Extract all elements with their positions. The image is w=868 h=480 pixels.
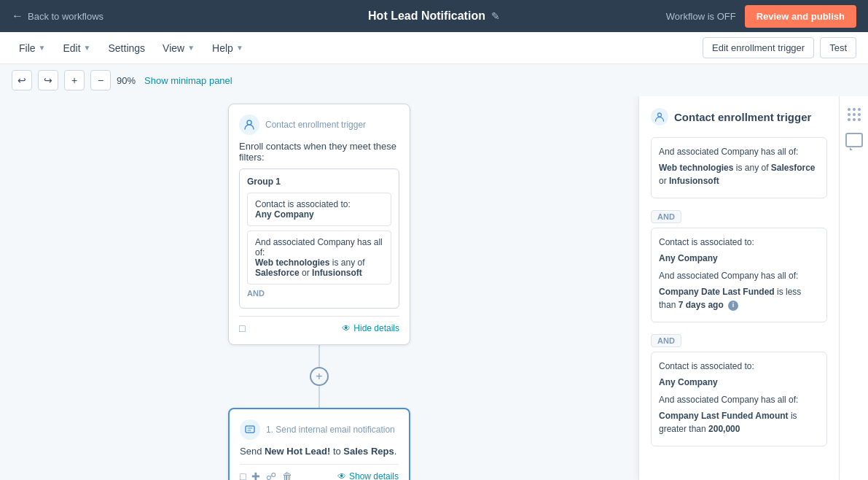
add-step-button-1[interactable]: + — [310, 367, 329, 386]
filter2-line2: Web technologies is any of Salesforce or… — [255, 258, 383, 278]
eye-icon: 👁 — [342, 323, 351, 333]
trigger-body-text: Enroll contacts when they meet these fil… — [239, 141, 399, 163]
nav-help[interactable]: Help ▼ — [205, 38, 251, 58]
group-box: Group 1 Contact is associated to: Any Co… — [239, 169, 399, 309]
workflow-canvas: Contact enrollment trigger Enroll contac… — [0, 96, 638, 480]
nav-settings[interactable]: Settings — [101, 38, 153, 58]
action-card[interactable]: 1. Send internal email notification Send… — [228, 408, 410, 480]
nav-view[interactable]: View ▼ — [155, 38, 202, 58]
group1-label: Group 1 — [247, 177, 391, 187]
section2-line1: Contact is associated to: — [659, 236, 819, 249]
svg-point-2 — [658, 113, 662, 117]
back-to-workflows-link[interactable]: ← Back to workflows — [12, 9, 103, 23]
and-badge-2: AND — [651, 334, 681, 347]
filter-item-1: Contact is associated to: Any Company — [247, 193, 391, 226]
section3-line1: Contact is associated to: — [659, 360, 819, 373]
filter2-bold3: Infusionsoft — [312, 268, 362, 278]
section2-line3: Company Date Last Funded is less than 7 … — [659, 285, 819, 311]
section-top-line2: Web technologies is any of Salesforce or… — [659, 161, 819, 187]
canvas: Contact enrollment trigger Enroll contac… — [0, 96, 868, 480]
trigger-card-footer: □ 👁 Hide details — [239, 316, 399, 334]
action-duplicate-icon[interactable]: ☍ — [266, 471, 276, 480]
action-delete-icon[interactable]: 🗑 — [282, 471, 292, 480]
trigger-card[interactable]: Contact enrollment trigger Enroll contac… — [228, 104, 410, 345]
panel-title: Contact enrollment trigger — [651, 108, 827, 125]
nav-right: Edit enrollment trigger Test — [703, 37, 856, 58]
action-card-header: 1. Send internal email notification — [240, 419, 399, 440]
filter-item-2: And associated Company has all of: Web t… — [247, 231, 391, 284]
trigger-bookmark-icon[interactable]: □ — [239, 322, 245, 334]
show-minimap-link[interactable]: Show minimap panel — [144, 75, 232, 86]
back-label: Back to workflows — [28, 11, 103, 22]
zoom-level: 90% — [117, 75, 136, 86]
section3-bold1: Any Company — [659, 377, 718, 387]
filter2-rest2: or — [300, 268, 312, 278]
help-chevron-icon: ▼ — [236, 44, 243, 52]
dots-icon — [848, 108, 861, 121]
trigger-card-title: Contact enrollment trigger — [265, 120, 366, 130]
nav-left: File ▼ Edit ▼ Settings View ▼ Help ▼ — [12, 38, 251, 58]
edit-enrollment-trigger-button[interactable]: Edit enrollment trigger — [703, 37, 814, 58]
workflow-status: Workflow is OFF — [666, 11, 736, 22]
workflow-title: Hot Lead Notification — [368, 9, 485, 23]
filter2-line1: And associated Company has all of: — [255, 237, 383, 258]
filter2-bold1: Web technologies — [255, 258, 329, 268]
trigger-card-icon — [239, 115, 259, 135]
workflow-title-area: Hot Lead Notification ✎ — [368, 9, 500, 23]
eye-icon-2: 👁 — [337, 471, 346, 480]
right-sidebar — [839, 96, 868, 480]
filter1-line2: Any Company — [255, 209, 314, 220]
toolbar: ↩ ↪ + − 90% Show minimap panel — [0, 64, 868, 96]
nav-file[interactable]: File ▼ — [12, 38, 52, 58]
and-badge-1: AND — [651, 210, 681, 223]
hide-details-link[interactable]: 👁 Hide details — [342, 323, 399, 333]
filter2-rest1: is any of — [329, 258, 364, 268]
section3-line2: And associated Company has all of: — [659, 393, 819, 406]
filter2-bold2: Salesforce — [255, 268, 300, 278]
connector-1: + — [310, 345, 329, 408]
view-chevron-icon: ▼ — [187, 44, 195, 52]
zoom-out-button[interactable]: − — [90, 70, 111, 90]
top-bar-right: Workflow is OFF Review and publish — [666, 5, 856, 28]
zoom-in-button[interactable]: + — [64, 70, 85, 90]
redo-button[interactable]: ↪ — [38, 70, 58, 90]
test-button[interactable]: Test — [820, 37, 856, 58]
action-card-icon — [240, 419, 260, 440]
panel-section-2: Contact is associated to: Any Company An… — [651, 228, 827, 322]
undo-button[interactable]: ↩ — [12, 70, 32, 90]
file-chevron-icon: ▼ — [39, 44, 46, 52]
secondary-nav: File ▼ Edit ▼ Settings View ▼ Help ▼ Edi… — [0, 32, 868, 64]
action-copy-icon[interactable]: □ — [240, 471, 246, 480]
connector-line-2 — [318, 386, 320, 408]
action-card-footer: □ ✚ ☍ 🗑 👁 Show details — [240, 464, 399, 480]
svg-point-0 — [247, 120, 251, 125]
comment-icon[interactable] — [845, 133, 863, 147]
review-publish-button[interactable]: Review and publish — [745, 5, 856, 28]
section2-line2: And associated Company has all of: — [659, 269, 819, 282]
show-details-link[interactable]: 👁 Show details — [337, 471, 399, 480]
top-bar: ← Back to workflows Hot Lead Notificatio… — [0, 0, 868, 32]
action-card-body: Send New Hot Lead! to Sales Reps. — [240, 446, 399, 457]
card-header: Contact enrollment trigger — [239, 115, 399, 135]
action-move-icon[interactable]: ✚ — [251, 471, 260, 480]
panel-contact-icon — [651, 108, 668, 125]
action-card-title: 1. Send internal email notification — [266, 425, 395, 435]
info-icon[interactable]: i — [728, 301, 738, 311]
connector-line-1 — [318, 345, 320, 367]
edit-title-icon[interactable]: ✎ — [491, 10, 500, 22]
nav-edit[interactable]: Edit ▼ — [55, 38, 98, 58]
action-icons: □ ✚ ☍ 🗑 — [240, 471, 292, 480]
trigger-and-label: AND — [247, 289, 391, 298]
back-arrow-icon: ← — [12, 9, 23, 23]
trigger-card-body: Enroll contacts when they meet these fil… — [239, 141, 399, 309]
section-top-line1: And associated Company has all of: — [659, 145, 819, 158]
svg-rect-1 — [246, 426, 254, 433]
section2-bold1: Any Company — [659, 253, 718, 263]
edit-chevron-icon: ▼ — [84, 44, 91, 52]
right-panel: Contact enrollment trigger And associate… — [638, 96, 839, 480]
section3-line3: Company Last Funded Amount is greater th… — [659, 409, 819, 436]
filter1-line1: Contact is associated to: — [255, 199, 383, 209]
panel-section-3: Contact is associated to: Any Company An… — [651, 352, 827, 446]
panel-section-top: And associated Company has all of: Web t… — [651, 137, 827, 198]
